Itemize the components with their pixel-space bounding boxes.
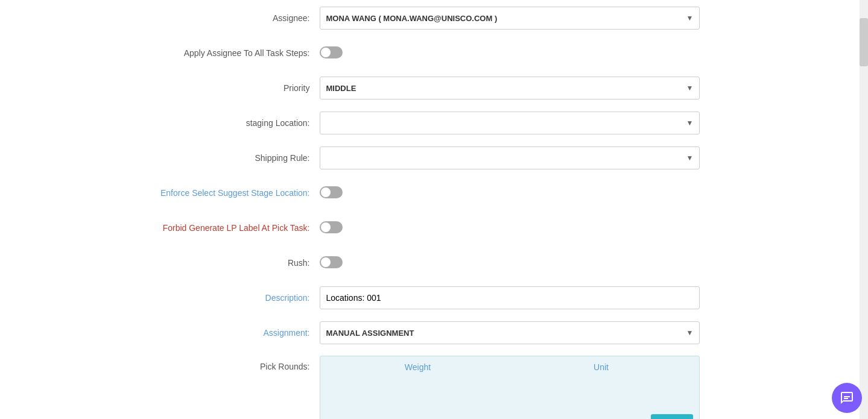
scrollbar[interactable] <box>860 0 868 419</box>
assignment-select[interactable]: MANUAL ASSIGNMENTAUTO ASSIGNMENT <box>320 321 700 344</box>
enforce-select-label: Enforce Select Suggest Stage Location: <box>109 188 320 198</box>
priority-label: Priority <box>109 83 320 93</box>
rush-toggle[interactable] <box>320 256 343 268</box>
assignment-label: Assignment: <box>109 328 320 338</box>
priority-select[interactable]: MIDDLELOWHIGH <box>320 77 700 99</box>
shipping-rule-label: Shipping Rule: <box>109 153 320 163</box>
pick-rounds-footer: ADD <box>326 414 693 419</box>
shipping-rule-row: Shipping Rule: ▼ <box>109 146 730 170</box>
shipping-rule-select[interactable] <box>320 146 700 169</box>
rush-label: Rush: <box>109 258 320 268</box>
priority-select-wrapper: MIDDLELOWHIGH ▼ <box>320 77 700 99</box>
add-pick-round-button[interactable]: ADD <box>651 414 693 419</box>
assignment-row: Assignment: MANUAL ASSIGNMENTAUTO ASSIGN… <box>109 321 730 345</box>
assignee-row: Assignee: MONA WANG ( MONA.WANG@UNISCO.C… <box>109 6 730 30</box>
pick-rounds-row: Pick Rounds: Weight Unit ADD <box>109 356 730 419</box>
chat-bubble-icon <box>840 391 854 405</box>
staging-location-row: staging Location: ▼ <box>109 111 730 135</box>
assignee-label: Assignee: <box>109 13 320 23</box>
apply-assignee-toggle-wrapper <box>320 46 700 60</box>
staging-location-label: staging Location: <box>109 118 320 128</box>
description-row: Description: <box>109 286 730 310</box>
forbid-lp-toggle[interactable] <box>320 221 343 233</box>
pick-rounds-table: Weight Unit ADD <box>320 356 700 419</box>
pick-rounds-header: Weight Unit <box>326 362 693 372</box>
rush-row: Rush: <box>109 251 730 275</box>
pick-rounds-body <box>326 378 693 408</box>
form-area: Assignee: MONA WANG ( MONA.WANG@UNISCO.C… <box>103 0 766 419</box>
forbid-lp-toggle-wrapper <box>320 221 700 235</box>
staging-location-select[interactable] <box>320 112 700 134</box>
pick-rounds-unit-header: Unit <box>510 362 693 372</box>
rush-toggle-wrapper <box>320 256 700 270</box>
description-input[interactable] <box>320 286 700 309</box>
pick-rounds-label: Pick Rounds: <box>109 356 320 371</box>
chat-icon[interactable] <box>832 383 862 413</box>
enforce-select-toggle[interactable] <box>320 186 343 198</box>
pick-rounds-weight-header: Weight <box>326 362 510 372</box>
forbid-lp-row: Forbid Generate LP Label At Pick Task: <box>109 216 730 240</box>
scrollbar-thumb[interactable] <box>860 18 868 66</box>
page-container: Assignee: MONA WANG ( MONA.WANG@UNISCO.C… <box>0 0 868 419</box>
apply-assignee-label: Apply Assignee To All Task Steps: <box>109 48 320 58</box>
assignee-select-wrapper: MONA WANG ( MONA.WANG@UNISCO.COM ) ▼ <box>320 7 700 30</box>
apply-assignee-toggle[interactable] <box>320 46 343 58</box>
forbid-lp-label: Forbid Generate LP Label At Pick Task: <box>109 223 320 233</box>
apply-assignee-row: Apply Assignee To All Task Steps: <box>109 41 730 65</box>
shipping-rule-select-wrapper: ▼ <box>320 146 700 169</box>
enforce-select-row: Enforce Select Suggest Stage Location: <box>109 181 730 205</box>
enforce-select-toggle-wrapper <box>320 186 700 200</box>
assignment-select-wrapper: MANUAL ASSIGNMENTAUTO ASSIGNMENT ▼ <box>320 321 700 344</box>
description-label: Description: <box>109 293 320 303</box>
priority-row: Priority MIDDLELOWHIGH ▼ <box>109 76 730 100</box>
assignee-select[interactable]: MONA WANG ( MONA.WANG@UNISCO.COM ) <box>320 7 700 30</box>
staging-location-select-wrapper: ▼ <box>320 112 700 134</box>
